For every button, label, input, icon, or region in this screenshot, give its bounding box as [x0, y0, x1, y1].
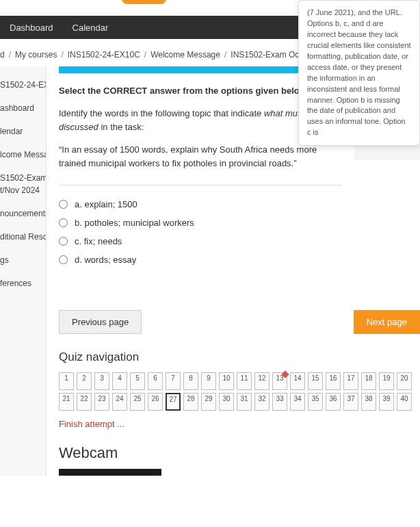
option-c-label: c. fix; needs: [75, 236, 122, 246]
crumb-3[interactable]: Welcome Message: [150, 50, 220, 60]
option-d[interactable]: d. words; essay: [59, 250, 342, 269]
question-nav-12[interactable]: 12: [254, 372, 270, 390]
quiz-navigation: Quiz navigation 123456789101112131415161…: [59, 350, 420, 429]
pager: Previous page Next page: [59, 310, 420, 334]
question-nav-25[interactable]: 25: [130, 393, 145, 411]
question-nav-26[interactable]: 26: [148, 393, 163, 411]
question-nav-21[interactable]: 21: [59, 393, 74, 411]
question-nav-30[interactable]: 30: [219, 393, 234, 411]
question-nav-32[interactable]: 32: [254, 393, 270, 411]
question-nav-18[interactable]: 18: [361, 372, 376, 390]
logo-accent: [122, 0, 166, 4]
intro-a: Identify the words in the following topi…: [59, 108, 264, 118]
question-nav-38[interactable]: 38: [361, 393, 376, 411]
question-nav-7[interactable]: 7: [166, 372, 181, 390]
sidebar-item[interactable]: lendar: [0, 120, 46, 143]
radio-a[interactable]: [59, 200, 68, 209]
question-grid: 1234567891011121314151617181920212223242…: [59, 372, 420, 411]
question-nav-22[interactable]: 22: [77, 393, 92, 411]
nav-calendar[interactable]: Calendar: [63, 16, 118, 39]
question-quote: “In an essay of 1500 words, explain why …: [59, 143, 342, 170]
question-nav-3[interactable]: 3: [94, 372, 109, 390]
option-a[interactable]: a. explain; 1500: [59, 195, 342, 214]
next-page-button[interactable]: Next page: [354, 310, 420, 334]
question-nav-34[interactable]: 34: [290, 393, 305, 411]
question-nav-5[interactable]: 5: [130, 372, 145, 390]
sidebar-item[interactable]: t/Nov 2024: [0, 184, 46, 202]
sidebar-item[interactable]: ashboard: [0, 97, 46, 120]
question-nav-19[interactable]: 19: [379, 372, 394, 390]
question-nav-24[interactable]: 24: [112, 393, 127, 411]
option-b[interactable]: b. potholes; municipal workers: [59, 214, 342, 232]
question-nav-40[interactable]: 40: [397, 393, 412, 411]
option-c[interactable]: c. fix; needs: [59, 232, 342, 250]
question-nav-33[interactable]: 33: [272, 393, 287, 411]
question-nav-15[interactable]: 15: [308, 372, 323, 390]
sidebar-item[interactable]: gs: [0, 248, 46, 272]
question-nav-1[interactable]: 1: [59, 372, 74, 390]
radio-d[interactable]: [59, 255, 68, 264]
question-nav-14[interactable]: 14: [290, 372, 305, 390]
question-nav-39[interactable]: 39: [379, 393, 394, 411]
crumb-2[interactable]: INS1502-24-EX10C: [68, 50, 140, 60]
question-nav-37[interactable]: 37: [343, 393, 358, 411]
sidebar-item[interactable]: ditional Resources: [0, 225, 46, 248]
divider: [59, 185, 342, 185]
answer-options: a. explain; 1500 b. potholes; municipal …: [59, 195, 342, 269]
sidebar-item[interactable]: nouncements: [0, 202, 46, 225]
question-nav-6[interactable]: 6: [148, 372, 163, 390]
option-d-label: d. words; essay: [75, 255, 136, 265]
crumb-0[interactable]: d: [0, 50, 5, 60]
webcam-title: Webcam: [59, 444, 420, 462]
question-nav-17[interactable]: 17: [343, 372, 358, 390]
quiznav-title: Quiz navigation: [59, 350, 420, 364]
sidebar-item[interactable]: S1502-Exam: [0, 166, 46, 184]
option-a-label: a. explain; 1500: [75, 199, 137, 209]
question-nav-23[interactable]: 23: [94, 393, 109, 411]
question-nav-16[interactable]: 16: [326, 372, 341, 390]
question-nav-10[interactable]: 10: [219, 372, 234, 390]
question-nav-27[interactable]: 27: [166, 393, 181, 411]
webcam-feed: [59, 469, 161, 476]
nav-dashboard[interactable]: Dashboard: [0, 16, 63, 39]
intro-b: in the task:: [99, 122, 144, 132]
question-nav-13[interactable]: 13: [272, 372, 287, 390]
radio-c[interactable]: [59, 237, 68, 246]
question-nav-20[interactable]: 20: [397, 372, 412, 390]
finish-attempt-link[interactable]: Finish attempt ...: [59, 419, 124, 429]
previous-page-button[interactable]: Previous page: [59, 310, 142, 334]
question-nav-11[interactable]: 11: [237, 372, 252, 390]
question-nav-9[interactable]: 9: [201, 372, 216, 390]
question-nav-35[interactable]: 35: [308, 393, 323, 411]
ai-tooltip: (7 June 2021), and the URL. Options b, c…: [298, 0, 420, 146]
question-nav-31[interactable]: 31: [237, 393, 252, 411]
crumb-1[interactable]: My courses: [15, 50, 57, 60]
option-b-label: b. potholes; municipal workers: [75, 218, 194, 228]
question-nav-8[interactable]: 8: [183, 372, 198, 390]
question-nav-29[interactable]: 29: [201, 393, 216, 411]
question-nav-4[interactable]: 4: [112, 372, 127, 390]
question-nav-28[interactable]: 28: [183, 393, 198, 411]
question-nav-2[interactable]: 2: [77, 372, 92, 390]
radio-b[interactable]: [59, 218, 68, 227]
question-nav-36[interactable]: 36: [326, 393, 341, 411]
sidebar-item[interactable]: ferences: [0, 272, 46, 295]
sidebar-item[interactable]: S1502-24-EX10C: [0, 73, 46, 97]
sidebar-item[interactable]: lcome Message: [0, 143, 46, 166]
course-sidebar: S1502-24-EX10C ashboard lendar lcome Mes…: [0, 66, 47, 476]
